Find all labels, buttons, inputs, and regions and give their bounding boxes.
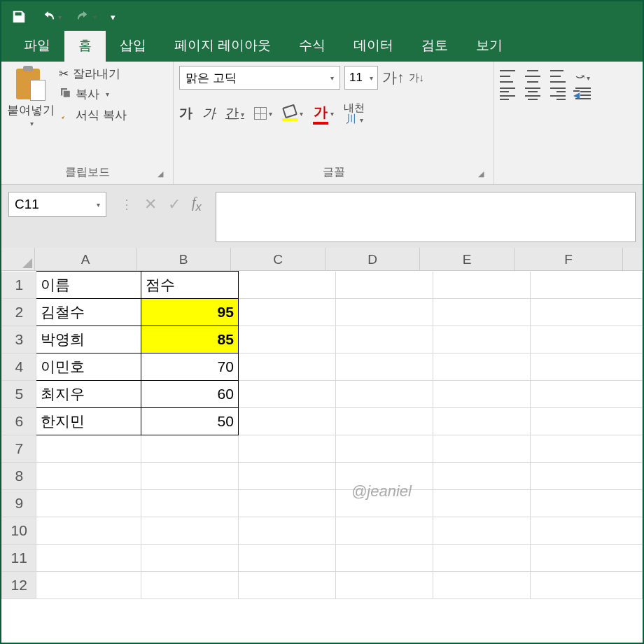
cell-A11[interactable] — [36, 545, 141, 572]
dialog-launcher-icon[interactable]: ◢ — [478, 169, 484, 178]
row-header-11[interactable]: 11 — [2, 545, 36, 572]
cell-E12[interactable] — [433, 572, 531, 599]
row-header-10[interactable]: 10 — [2, 517, 36, 545]
col-header-E[interactable]: E — [420, 248, 514, 270]
underline-button[interactable]: 간▾ — [225, 104, 244, 122]
cell-C12[interactable] — [238, 572, 335, 599]
name-box[interactable]: C11▾ — [8, 192, 106, 217]
select-all-corner[interactable] — [1, 248, 35, 270]
tab-view[interactable]: 보기 — [462, 31, 517, 62]
cell-B8[interactable] — [141, 463, 238, 490]
cell-E9[interactable] — [433, 490, 531, 517]
qat-customize-icon[interactable]: ▾ — [111, 12, 115, 22]
cell-C4[interactable] — [238, 354, 335, 381]
cancel-icon[interactable]: ✕ — [144, 195, 157, 214]
cell-F11[interactable] — [531, 545, 643, 572]
expand-icon[interactable]: ⋮ — [120, 197, 133, 212]
phonetic-button[interactable]: 내천川▾ — [344, 102, 365, 125]
cell-F7[interactable] — [531, 435, 643, 463]
col-header-A[interactable]: A — [35, 248, 136, 270]
cell-D12[interactable] — [336, 572, 433, 599]
cell-B12[interactable] — [141, 572, 238, 599]
cell-A4[interactable]: 이민호 — [36, 354, 141, 381]
cell-D10[interactable] — [336, 517, 433, 545]
cell-D1[interactable] — [336, 272, 433, 299]
row-header-1[interactable]: 1 — [2, 272, 36, 299]
font-size-select[interactable]: 11▾ — [344, 66, 378, 90]
tab-file[interactable]: 파일 — [10, 31, 64, 62]
spreadsheet-grid[interactable]: ABCDEF 1이름점수2김철수953박영희854이민호705최지우606한지민… — [1, 248, 643, 599]
cell-D11[interactable] — [336, 545, 433, 572]
cell-E2[interactable] — [433, 299, 531, 326]
cell-E4[interactable] — [433, 354, 531, 381]
tab-formula[interactable]: 수식 — [285, 31, 340, 62]
cell-F6[interactable] — [531, 408, 643, 435]
cell-A9[interactable] — [36, 490, 141, 517]
cell-B1[interactable]: 점수 — [141, 272, 238, 299]
tab-insert[interactable]: 삽입 — [106, 31, 160, 62]
cell-C2[interactable] — [238, 299, 335, 326]
cell-F3[interactable] — [531, 326, 643, 354]
cell-D8[interactable] — [336, 463, 433, 490]
paste-dropdown[interactable]: ▾ — [30, 120, 34, 127]
cell-C7[interactable] — [238, 435, 335, 463]
cell-B2[interactable]: 95 — [141, 299, 238, 326]
tab-layout[interactable]: 페이지 레이아웃 — [160, 31, 285, 62]
format-painter-button[interactable]: 서식 복사 — [59, 106, 127, 124]
cell-E6[interactable] — [433, 408, 531, 435]
cell-D6[interactable] — [336, 408, 433, 435]
tab-review[interactable]: 검토 — [407, 31, 462, 62]
cell-A7[interactable] — [36, 435, 141, 463]
cell-B4[interactable]: 70 — [141, 354, 238, 381]
dialog-launcher-icon[interactable]: ◢ — [158, 169, 163, 178]
cell-F2[interactable] — [531, 299, 643, 326]
col-header-B[interactable]: B — [136, 248, 231, 270]
row-header-4[interactable]: 4 — [2, 354, 36, 381]
cell-B9[interactable] — [141, 490, 238, 517]
cell-F12[interactable] — [531, 572, 643, 599]
orientation-button[interactable]: ⤻▾ — [575, 70, 590, 83]
cell-B7[interactable] — [141, 435, 238, 463]
row-header-6[interactable]: 6 — [2, 408, 36, 435]
cell-C1[interactable] — [238, 272, 335, 299]
cell-A6[interactable]: 한지민 — [36, 408, 141, 435]
cell-F5[interactable] — [531, 381, 643, 408]
fill-color-button[interactable]: ▾ — [282, 106, 303, 121]
cell-A3[interactable]: 박영희 — [36, 326, 141, 354]
cell-D7[interactable] — [336, 435, 433, 463]
cell-A5[interactable]: 최지우 — [36, 381, 141, 408]
cell-D4[interactable] — [336, 354, 433, 381]
cell-D2[interactable] — [336, 299, 433, 326]
align-top-button[interactable] — [500, 70, 515, 83]
italic-button[interactable]: 가 — [202, 104, 216, 122]
cell-A10[interactable] — [36, 517, 141, 545]
cut-button[interactable]: ✂잘라내기 — [59, 66, 127, 82]
paste-button[interactable]: 붙여넣기 — [7, 102, 55, 118]
redo-icon[interactable]: ▾ — [76, 10, 97, 23]
align-center-button[interactable] — [525, 88, 540, 100]
cell-A12[interactable] — [36, 572, 141, 599]
row-header-3[interactable]: 3 — [2, 326, 36, 354]
align-left-button[interactable] — [500, 88, 515, 100]
undo-icon[interactable]: ▾ — [41, 10, 62, 23]
cell-E3[interactable] — [433, 326, 531, 354]
align-middle-button[interactable] — [525, 70, 540, 83]
cell-D9[interactable] — [336, 490, 433, 517]
cell-E7[interactable] — [433, 435, 531, 463]
cell-F1[interactable] — [531, 272, 643, 299]
cell-D5[interactable] — [336, 381, 433, 408]
grow-font-button[interactable]: 가↑ — [382, 68, 405, 88]
shrink-font-button[interactable]: 가↓ — [409, 71, 425, 85]
cell-F4[interactable] — [531, 354, 643, 381]
row-header-7[interactable]: 7 — [2, 435, 36, 463]
cell-C9[interactable] — [238, 490, 335, 517]
cell-B10[interactable] — [141, 517, 238, 545]
col-header-D[interactable]: D — [326, 248, 420, 270]
cell-B5[interactable]: 60 — [141, 381, 238, 408]
font-name-select[interactable]: 맑은 고딕▾ — [179, 66, 340, 90]
decrease-indent-button[interactable]: ◀ — [575, 88, 591, 100]
cell-A1[interactable]: 이름 — [36, 272, 141, 299]
formula-bar[interactable] — [216, 192, 636, 242]
row-header-5[interactable]: 5 — [2, 381, 36, 408]
copy-button[interactable]: 복사▾ — [59, 86, 127, 102]
